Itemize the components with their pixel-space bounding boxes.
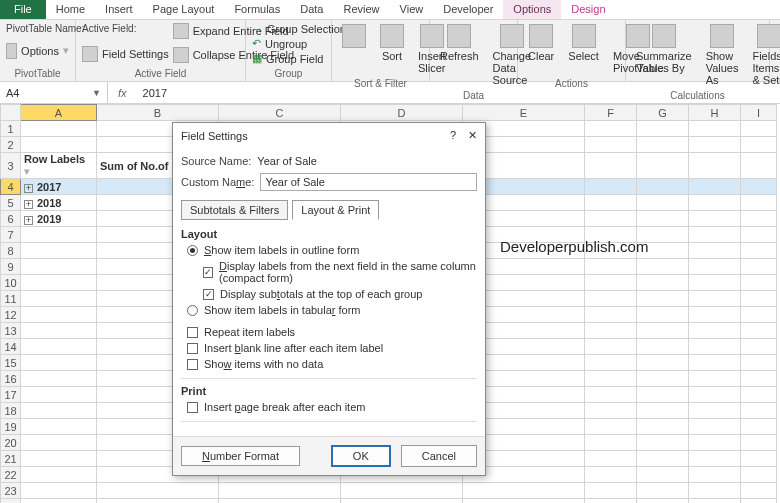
cell-A4[interactable]: +2017 [21, 179, 97, 195]
tab-review[interactable]: Review [333, 0, 389, 19]
radio-outline[interactable] [187, 245, 198, 256]
fx-label[interactable]: fx [108, 87, 137, 99]
field-settings-button[interactable]: Field Settings [102, 48, 169, 60]
col-F[interactable]: F [585, 105, 637, 121]
tab-design[interactable]: Design [561, 0, 615, 19]
row-7[interactable]: 7 [1, 227, 21, 243]
sort-button[interactable]: Sort [382, 50, 402, 62]
row-5[interactable]: 5 [1, 195, 21, 211]
col-B[interactable]: B [97, 105, 219, 121]
cell-A6[interactable]: +2019 [21, 211, 97, 227]
tab-developer[interactable]: Developer [433, 0, 503, 19]
group-sortfilter: Sort & Filter [338, 76, 423, 89]
cancel-button[interactable]: Cancel [401, 445, 477, 467]
tab-subtotals[interactable]: Subtotals & Filters [181, 200, 288, 220]
sort-az-icon[interactable] [342, 24, 366, 48]
group-group: Group [252, 66, 325, 79]
row-15[interactable]: 15 [1, 355, 21, 371]
row-12[interactable]: 12 [1, 307, 21, 323]
tab-options[interactable]: Options [503, 0, 561, 19]
tab-file[interactable]: File [0, 0, 46, 19]
row-3[interactable]: 3 [1, 153, 21, 179]
show-as[interactable]: Show Values As [706, 50, 739, 86]
col-I[interactable]: I [741, 105, 777, 121]
opt-outline: Show item labels in outline form [204, 244, 359, 256]
number-format-button[interactable]: Number Format [181, 446, 300, 466]
select[interactable]: Select [568, 50, 599, 62]
chk-blank[interactable] [187, 343, 198, 354]
col-C[interactable]: C [219, 105, 341, 121]
row-16[interactable]: 16 [1, 371, 21, 387]
cell-A3[interactable]: Row Labels [24, 153, 85, 165]
sort-icon [380, 24, 404, 48]
tab-layout-print[interactable]: Layout & Print [292, 200, 379, 220]
chk-subtotals-top[interactable]: ✓ [203, 289, 214, 300]
chk-repeat[interactable] [187, 327, 198, 338]
tab-formulas[interactable]: Formulas [224, 0, 290, 19]
summarize-icon [652, 24, 676, 48]
options-icon [6, 43, 17, 59]
name-box-dropdown-icon[interactable]: ▼ [92, 88, 101, 98]
row-1[interactable]: 1 [1, 121, 21, 137]
source-name-label: Source Name: [181, 155, 251, 167]
collapse-icon [173, 47, 189, 63]
expand-icon[interactable]: + [24, 216, 33, 225]
row-21[interactable]: 21 [1, 451, 21, 467]
row-8[interactable]: 8 [1, 243, 21, 259]
col-D[interactable]: D [341, 105, 463, 121]
row-19[interactable]: 19 [1, 419, 21, 435]
row-6[interactable]: 6 [1, 211, 21, 227]
col-E[interactable]: E [463, 105, 585, 121]
row-13[interactable]: 13 [1, 323, 21, 339]
row-4[interactable]: 4 [1, 179, 21, 195]
opt-compact: Display labels from the next field in th… [219, 260, 477, 284]
active-field-label: Active Field: [82, 22, 169, 35]
row-17[interactable]: 17 [1, 387, 21, 403]
row-22[interactable]: 22 [1, 467, 21, 483]
summarize[interactable]: Summarize Values By [636, 50, 692, 74]
tab-view[interactable]: View [390, 0, 434, 19]
row-2[interactable]: 2 [1, 137, 21, 153]
col-G[interactable]: G [637, 105, 689, 121]
name-box[interactable]: A4▼ [0, 82, 108, 103]
row-14[interactable]: 14 [1, 339, 21, 355]
expand-icon[interactable]: + [24, 184, 33, 193]
row-23[interactable]: 23 [1, 483, 21, 499]
tab-data[interactable]: Data [290, 0, 333, 19]
chk-nodata[interactable] [187, 359, 198, 370]
radio-tabular[interactable] [187, 305, 198, 316]
row-20[interactable]: 20 [1, 435, 21, 451]
ok-button[interactable]: OK [331, 445, 391, 467]
group-pivottable: PivotTable [6, 66, 69, 79]
group-data: Data [436, 88, 511, 101]
cell-A5[interactable]: +2018 [21, 195, 97, 211]
cell-B3[interactable]: Sum of No.of I [100, 160, 175, 172]
source-name-value: Year of Sale [257, 155, 317, 167]
ribbon-content: PivotTable Name: Options ▾ PivotTable Ac… [0, 20, 780, 82]
col-A[interactable]: A [21, 105, 97, 121]
row-9[interactable]: 9 [1, 259, 21, 275]
chk-pagebreak[interactable] [187, 402, 198, 413]
clear[interactable]: Clear [528, 50, 554, 62]
custom-name-input[interactable] [260, 173, 477, 191]
chk-compact[interactable]: ✓ [203, 267, 213, 278]
opt-nodata: Show items with no data [204, 358, 323, 370]
expand-icon[interactable]: + [24, 200, 33, 209]
tab-insert[interactable]: Insert [95, 0, 143, 19]
layout-header: Layout [181, 228, 477, 240]
row-10[interactable]: 10 [1, 275, 21, 291]
close-button[interactable]: ✕ [468, 129, 477, 142]
refresh[interactable]: Refresh [440, 50, 479, 62]
tab-pagelayout[interactable]: Page Layout [143, 0, 225, 19]
group-field[interactable]: Group Field [266, 53, 323, 65]
col-H[interactable]: H [689, 105, 741, 121]
fields-items[interactable]: Fields, Items & Sets [752, 50, 780, 86]
row-24[interactable]: 24 [1, 499, 21, 504]
ungroup[interactable]: Ungroup [265, 38, 307, 50]
dialog-title: Field Settings [181, 130, 248, 142]
help-button[interactable]: ? [450, 129, 456, 142]
row-11[interactable]: 11 [1, 291, 21, 307]
row-18[interactable]: 18 [1, 403, 21, 419]
tab-home[interactable]: Home [46, 0, 95, 19]
options-button[interactable]: Options [21, 45, 59, 57]
